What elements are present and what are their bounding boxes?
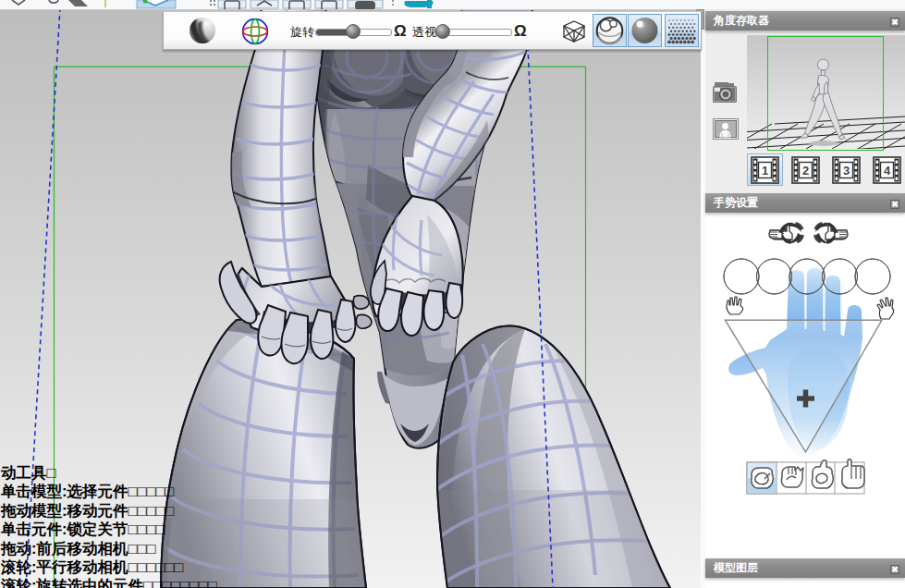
svg-text:4: 4 bbox=[884, 164, 891, 178]
svg-text:3: 3 bbox=[843, 164, 850, 178]
svg-text:1: 1 bbox=[762, 164, 768, 178]
svg-text:2: 2 bbox=[802, 164, 809, 178]
